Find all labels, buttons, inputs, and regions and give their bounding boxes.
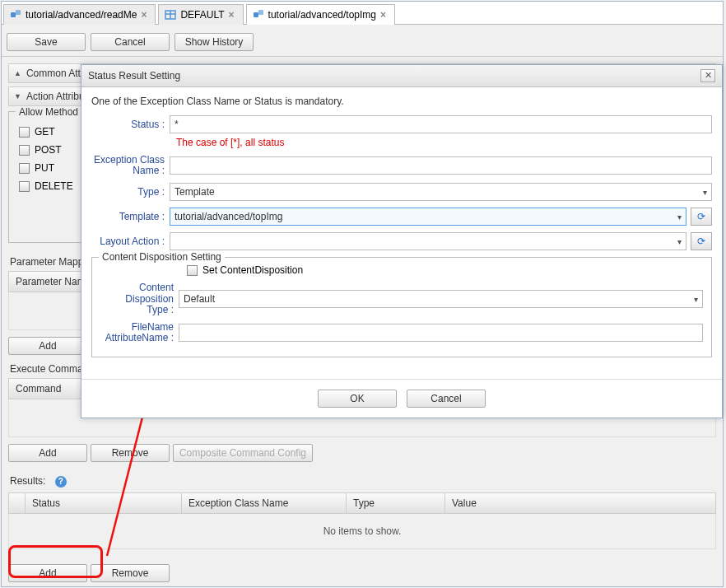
checkbox-icon [19,145,30,156]
dialog-mandatory-note: One of the Exception Class Name or Statu… [91,96,712,107]
tab-bar: tutorial/advanced/readMe × DEFAULT × tut… [2,2,723,25]
checkbox-icon [19,181,30,192]
status-result-setting-dialog: Status Result Setting ✕ One of the Excep… [81,64,723,418]
cmd-remove-button[interactable]: Remove [91,444,170,462]
checkbox-icon[interactable] [187,265,198,276]
entity-icon [10,9,21,21]
ok-button[interactable]: OK [318,390,397,408]
table-icon [165,9,176,21]
save-button[interactable]: Save [7,33,86,51]
svg-rect-6 [258,10,263,15]
exception-class-input[interactable] [170,156,712,175]
tab-label: tutorial/advanced/readMe [26,9,137,21]
close-icon[interactable]: × [141,9,147,21]
status-hint: The case of [*], all status [176,137,712,148]
layout-action-select[interactable]: ▾ [170,232,686,250]
tab-readme[interactable]: tutorial/advanced/readMe × [3,4,156,25]
chevron-down-icon: ▾ [677,212,682,222]
filename-attribute-label: FileName AttributeName : [100,322,179,343]
no-items-message: No items to show. [8,514,716,549]
results-label: Results: [10,475,45,487]
results-remove-button[interactable]: Remove [91,564,170,582]
tab-default[interactable]: DEFAULT × [158,4,243,25]
entity-icon [253,9,264,21]
status-label: Status : [91,119,170,130]
col-exception: Exception Class Name [182,493,347,513]
dialog-cancel-button[interactable]: Cancel [407,390,486,408]
tab-label: DEFAULT [180,9,224,21]
template-label: Template : [91,211,170,222]
content-disposition-type-select[interactable]: Default ▾ [179,290,703,308]
chevron-up-icon: ▲ [14,69,21,77]
composite-command-config-button[interactable]: Composite Command Config [173,444,313,462]
filename-attribute-input[interactable] [179,324,703,342]
svg-rect-5 [254,12,258,17]
param-add-button[interactable]: Add [8,337,87,355]
checkbox-icon [19,127,30,138]
type-label: Type : [91,186,170,198]
dialog-titlebar[interactable]: Status Result Setting ✕ [81,65,722,87]
fieldset-legend: Allow Method [16,106,81,118]
content-disposition-type-label: Content Disposition Type : [100,282,179,315]
refresh-icon: ⟳ [697,236,705,247]
svg-rect-1 [16,10,21,15]
template-refresh-button[interactable]: ⟳ [691,208,712,226]
checkbox-icon [19,163,30,174]
tab-topimg[interactable]: tutorial/advanced/topImg × [246,4,395,25]
exception-class-label: Exception Class Name : [91,155,170,176]
cancel-button[interactable]: Cancel [91,33,170,51]
cmd-add-button[interactable]: Add [8,444,87,462]
content-disposition-fieldset: Content Disposition Setting Set ContentD… [91,257,712,357]
show-history-button[interactable]: Show History [175,33,254,51]
type-select[interactable]: Template ▾ [170,183,712,201]
fieldset-legend: Content Disposition Setting [99,251,225,263]
svg-rect-0 [11,12,16,17]
col-type: Type [347,493,445,513]
close-icon[interactable]: × [380,9,386,21]
col-value: Value [445,493,715,513]
help-icon[interactable]: ? [55,476,67,488]
close-icon[interactable]: ✕ [700,69,715,82]
col-status: Status [26,493,182,513]
chevron-down-icon: ▾ [703,188,707,197]
dialog-title: Status Result Setting [88,70,180,82]
status-input[interactable] [170,115,712,133]
chevron-down-icon: ▾ [677,237,682,246]
refresh-icon: ⟳ [697,211,705,222]
chevron-down-icon: ▼ [14,92,21,100]
layout-refresh-button[interactable]: ⟳ [691,232,712,250]
results-add-button[interactable]: Add [8,564,87,582]
layout-action-label: Layout Action : [91,236,170,247]
tab-label: tutorial/advanced/topImg [268,9,376,21]
results-header: Status Exception Class Name Type Value [8,492,716,514]
chevron-down-icon: ▾ [694,295,698,304]
template-select[interactable]: tutorial/advanced/topImg ▾ [170,208,686,226]
set-content-disposition-label: Set ContentDisposition [202,264,303,276]
main-toolbar: Save Cancel Show History [2,25,723,57]
close-icon[interactable]: × [229,9,235,21]
